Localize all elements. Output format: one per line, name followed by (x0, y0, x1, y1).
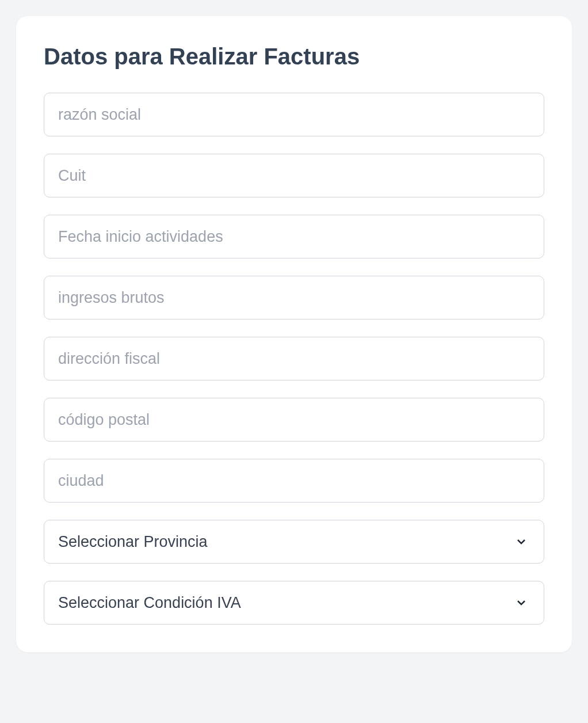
provincia-select[interactable]: Seleccionar Provincia (44, 520, 544, 564)
ciudad-input[interactable] (44, 459, 544, 503)
invoice-form-card: Datos para Realizar Facturas Seleccionar… (16, 16, 572, 652)
form-group-direccion-fiscal (44, 337, 544, 380)
form-group-ciudad (44, 459, 544, 503)
form-group-razon-social (44, 93, 544, 136)
cuit-input[interactable] (44, 154, 544, 197)
form-group-provincia: Seleccionar Provincia (44, 520, 544, 564)
page-title: Datos para Realizar Facturas (44, 44, 544, 70)
form-group-cuit (44, 154, 544, 197)
fecha-inicio-input[interactable] (44, 215, 544, 258)
form-group-fecha-inicio (44, 215, 544, 258)
condicion-iva-select[interactable]: Seleccionar Condición IVA (44, 581, 544, 625)
razon-social-input[interactable] (44, 93, 544, 136)
form-group-codigo-postal (44, 398, 544, 442)
direccion-fiscal-input[interactable] (44, 337, 544, 380)
ingresos-brutos-input[interactable] (44, 276, 544, 319)
form-group-ingresos-brutos (44, 276, 544, 319)
form-group-condicion-iva: Seleccionar Condición IVA (44, 581, 544, 625)
codigo-postal-input[interactable] (44, 398, 544, 442)
